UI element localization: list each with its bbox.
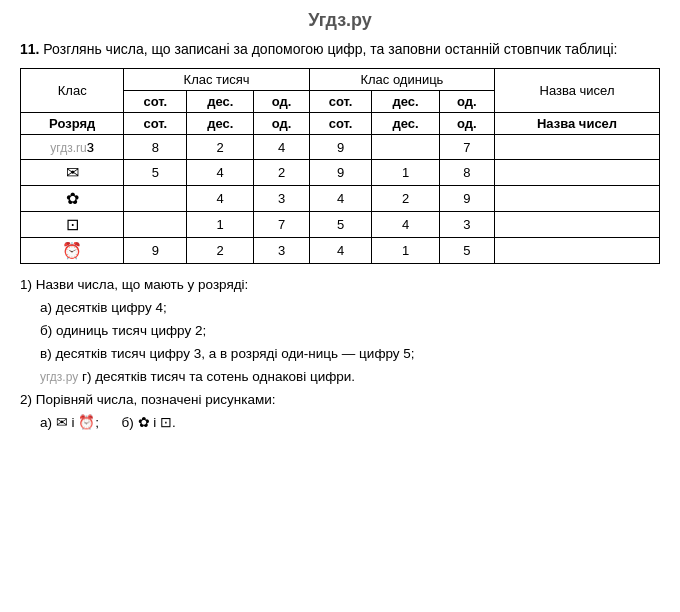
row3-name <box>495 186 660 212</box>
subheader-od1: од. <box>254 91 309 113</box>
row4-name <box>495 212 660 238</box>
questions-section: 1) Назви числа, що мають у розряді: а) д… <box>20 274 660 435</box>
row4-des1: 1 <box>187 212 254 238</box>
razryad-des2: дес. <box>372 113 439 135</box>
table-razryad-row: Розряд сот. дес. од. сот. дес. од. Назва… <box>21 113 660 135</box>
razryad-od1: од. <box>254 113 309 135</box>
row1-sot1: 8 <box>124 135 187 160</box>
site-title: Угдз.ру <box>20 10 660 31</box>
row1-des1: 2 <box>187 135 254 160</box>
col-name: Назва чисел <box>495 69 660 113</box>
row3-des2: 2 <box>372 186 439 212</box>
row5-od2: 5 <box>439 238 494 264</box>
row5-sot1: 9 <box>124 238 187 264</box>
subheader-des2: дес. <box>372 91 439 113</box>
razryad-name: Назва чисел <box>495 113 660 135</box>
row1-name <box>495 135 660 160</box>
problem-intro: 11. Розглянь числа, що записані за допом… <box>20 39 660 60</box>
part1-b: б) одиниць тисяч цифру 2; <box>40 320 660 343</box>
part2-title: 2) Порівняй числа, позначені рисунками: <box>20 389 660 412</box>
problem-text-body: Розглянь числа, що записані за допомогою… <box>43 41 617 57</box>
row2-sot1: 5 <box>124 160 187 186</box>
row1-icon: угдз.ruз <box>21 135 124 160</box>
row1-od2: 7 <box>439 135 494 160</box>
table-row: ✉ 5 4 2 9 1 8 <box>21 160 660 186</box>
row4-des2: 4 <box>372 212 439 238</box>
table-header-row-1: Клас Клас тисяч Клас одиниць Назва чисел <box>21 69 660 91</box>
subheader-des1: дес. <box>187 91 254 113</box>
part1-v: в) десятків тисяч цифру 3, а в розряді о… <box>40 343 660 366</box>
razryad-des1: дес. <box>187 113 254 135</box>
table-row: ⏰ 9 2 3 4 1 5 <box>21 238 660 264</box>
part2-b-prefix: б) <box>122 415 134 430</box>
row3-icon: ✿ <box>21 186 124 212</box>
row4-sot2: 5 <box>309 212 372 238</box>
row3-od2: 9 <box>439 186 494 212</box>
row3-od1: 3 <box>254 186 309 212</box>
row5-od1: 3 <box>254 238 309 264</box>
row3-sot1 <box>124 186 187 212</box>
problem-number: 11. <box>20 41 39 57</box>
col-units: Клас одиниць <box>309 69 494 91</box>
subheader-od2: од. <box>439 91 494 113</box>
row3-des1: 4 <box>187 186 254 212</box>
row2-des2: 1 <box>372 160 439 186</box>
part1-a: а) десятків цифру 4; <box>40 297 660 320</box>
part1-title: 1) Назви числа, що мають у розряді: <box>20 274 660 297</box>
watermark-inline: угдз.ру <box>40 370 78 384</box>
row5-des2: 1 <box>372 238 439 264</box>
row1-od1: 4 <box>254 135 309 160</box>
table-row: угдз.ruз 8 2 4 9 7 <box>21 135 660 160</box>
part1-g-text: г) десятків тисяч та сотень однакові циф… <box>82 369 355 384</box>
part2-answers: а) ✉ і ⏰; б) ✿ і ⊡. <box>40 412 660 435</box>
row2-od1: 2 <box>254 160 309 186</box>
row2-name <box>495 160 660 186</box>
part1-g: угдз.ру г) десятків тисяч та сотень одна… <box>40 366 660 389</box>
table-row: ⊡ 1 7 5 4 3 <box>21 212 660 238</box>
table-row: ✿ 4 3 4 2 9 <box>21 186 660 212</box>
row4-od2: 3 <box>439 212 494 238</box>
row2-sot2: 9 <box>309 160 372 186</box>
row3-sot2: 4 <box>309 186 372 212</box>
row2-icon: ✉ <box>21 160 124 186</box>
razryad-sot2: сот. <box>309 113 372 135</box>
part2-b: ✿ і ⊡. <box>138 415 176 430</box>
row5-des1: 2 <box>187 238 254 264</box>
part2-a: а) ✉ і ⏰; <box>40 415 99 430</box>
razryad-sot1: сот. <box>124 113 187 135</box>
row2-od2: 8 <box>439 160 494 186</box>
row1-sot2: 9 <box>309 135 372 160</box>
row2-des1: 4 <box>187 160 254 186</box>
row5-name <box>495 238 660 264</box>
main-table: Клас Клас тисяч Клас одиниць Назва чисел… <box>20 68 660 264</box>
row1-des2 <box>372 135 439 160</box>
col-class: Клас <box>21 69 124 113</box>
subheader-sot1: сот. <box>124 91 187 113</box>
row5-icon: ⏰ <box>21 238 124 264</box>
subheader-sot2: сот. <box>309 91 372 113</box>
razryad-label: Розряд <box>21 113 124 135</box>
row4-od1: 7 <box>254 212 309 238</box>
col-thousands: Клас тисяч <box>124 69 309 91</box>
row4-icon: ⊡ <box>21 212 124 238</box>
row4-sot1 <box>124 212 187 238</box>
razryad-od2: од. <box>439 113 494 135</box>
row5-sot2: 4 <box>309 238 372 264</box>
